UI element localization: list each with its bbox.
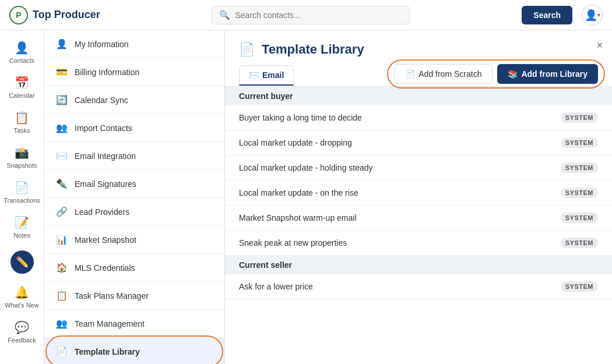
template-list: Current buyer Buyer taking a long time t…: [225, 87, 612, 364]
body: 👤 Contacts 📅 Calendar 📋 Tasks 📸 Snapshot…: [0, 30, 612, 364]
market-snapshot-icon: 📊: [56, 234, 68, 245]
settings-item-lead-providers[interactable]: 🔗 Lead Providers: [44, 198, 224, 226]
settings-item-label: MLS Credentials: [75, 263, 135, 273]
table-row[interactable]: Buyer taking a long time to decide SYSTE…: [225, 105, 612, 130]
add-from-library-button[interactable]: 📚 Add from Library: [497, 64, 598, 84]
email-tab-icon: ✉️: [249, 70, 259, 80]
task-plans-icon: 📋: [56, 290, 68, 301]
left-nav: 👤 Contacts 📅 Calendar 📋 Tasks 📸 Snapshot…: [0, 30, 44, 364]
page-title: Template Library: [262, 42, 364, 57]
template-name: Sneak peak at new properties: [239, 238, 347, 248]
settings-item-my-info[interactable]: 👤 My Information: [44, 30, 224, 58]
sidebar-item-calendar[interactable]: 📅 Calendar: [0, 70, 44, 105]
template-library-header-icon: 📄: [239, 42, 255, 57]
table-row[interactable]: Local market update - holding steady SYS…: [225, 156, 612, 181]
sidebar-item-label: Tasks: [13, 127, 30, 134]
lead-providers-icon: 🔗: [56, 206, 68, 217]
calendar-icon: 📅: [15, 76, 29, 90]
settings-item-email-signatures[interactable]: ✒️ Email Signatures: [44, 170, 224, 198]
user-avatar[interactable]: 👤 ▾: [582, 5, 603, 26]
settings-item-template-library[interactable]: 📄 Template Library: [44, 338, 224, 364]
library-icon: 📚: [508, 69, 518, 79]
table-row[interactable]: Local market update - dropping SYSTEM: [225, 130, 612, 156]
status-badge: SYSTEM: [561, 213, 598, 223]
sidebar-item-tasks[interactable]: 📋 Tasks: [0, 105, 44, 140]
table-row[interactable]: Sneak peak at new properties SYSTEM: [225, 231, 612, 256]
settings-item-label: Lead Providers: [75, 207, 129, 217]
settings-item-task-plans[interactable]: 📋 Task Plans Manager: [44, 282, 224, 310]
table-row[interactable]: Local market update - on the rise SYSTEM: [225, 181, 612, 206]
settings-item-label: Import Contacts: [75, 123, 132, 133]
feedback-icon: 💬: [15, 320, 29, 334]
sidebar-item-label: Notes: [13, 232, 30, 239]
fab-button[interactable]: ✏️: [10, 250, 34, 274]
email-integration-icon: ✉️: [56, 150, 68, 161]
settings-item-label: Email Integration: [75, 151, 136, 161]
header: P Top Producer 🔍 Search 👤 ▾: [0, 0, 612, 30]
settings-item-label: Market Snapshot: [75, 235, 136, 245]
content-header: 📄 Template Library: [225, 30, 612, 57]
logo[interactable]: P Top Producer: [9, 6, 100, 24]
logo-icon: P: [9, 6, 28, 24]
add-from-scratch-button[interactable]: 📄 Add from Scratch: [394, 64, 493, 84]
whats-new-icon: 🔔: [15, 285, 29, 299]
scratch-icon: 📄: [405, 69, 415, 79]
billing-icon: 💳: [56, 66, 68, 77]
settings-item-label: Calendar Sync: [75, 96, 128, 105]
sidebar-item-snapshots[interactable]: 📸 Snapshots: [0, 140, 44, 175]
sidebar-item-label: Feedback: [8, 337, 36, 344]
search-icon: 🔍: [219, 10, 230, 20]
search-input[interactable]: [235, 10, 402, 20]
status-badge: SYSTEM: [561, 162, 598, 173]
sidebar-item-feedback[interactable]: 💬 Feedback: [0, 314, 44, 349]
section-header-current-buyer: Current buyer: [225, 87, 612, 105]
sidebar-item-contacts[interactable]: 👤 Contacts: [0, 35, 44, 70]
sidebar-item-label: Transactions: [3, 197, 40, 204]
settings-item-label: Team Management: [75, 319, 145, 328]
close-button[interactable]: ×: [596, 40, 603, 52]
status-badge: SYSTEM: [561, 238, 598, 248]
settings-item-team-management[interactable]: 👥 Team Management: [44, 310, 224, 338]
logo-letter: P: [16, 10, 21, 20]
edit-fab[interactable]: ✏️: [0, 245, 44, 280]
search-button[interactable]: Search: [522, 6, 572, 24]
tab-label: Email: [262, 70, 284, 80]
settings-item-mls-credentials[interactable]: 🏠 MLS Credentials: [44, 254, 224, 282]
search-area: 🔍: [110, 6, 513, 24]
sidebar-item-label: Calendar: [9, 92, 35, 99]
settings-item-email-integration[interactable]: ✉️ Email Integration: [44, 142, 224, 170]
mls-credentials-icon: 🏠: [56, 262, 68, 273]
add-library-label: Add from Library: [521, 69, 588, 79]
sidebar-item-whats-new[interactable]: 🔔 What's New: [0, 280, 44, 314]
tab-actions: 📄 Add from Scratch 📚 Add from Library: [394, 64, 598, 84]
add-scratch-label: Add from Scratch: [418, 69, 481, 79]
sidebar-item-label: Contacts: [9, 57, 34, 64]
sidebar-item-label: Snapshots: [7, 162, 37, 169]
template-library-icon: 📄: [56, 346, 68, 357]
section-header-current-seller: Current seller: [225, 256, 612, 274]
transactions-icon: 📄: [15, 181, 29, 195]
template-name: Local market update - dropping: [239, 138, 352, 147]
settings-item-calendar-sync[interactable]: 🔄 Calendar Sync: [44, 86, 224, 114]
settings-item-label: Billing Information: [75, 68, 139, 77]
template-name: Market Snapshot warm-up email: [239, 213, 357, 222]
sidebar-item-notes[interactable]: 📝 Notes: [0, 210, 44, 245]
sidebar-item-transactions[interactable]: 📄 Transactions: [0, 175, 44, 210]
settings-item-market-snapshot[interactable]: 📊 Market Snapshot: [44, 226, 224, 254]
settings-item-import-contacts[interactable]: 👥 Import Contacts: [44, 114, 224, 142]
settings-item-label: Email Signatures: [75, 179, 136, 189]
table-row[interactable]: Market Snapshot warm-up email SYSTEM: [225, 206, 612, 231]
status-badge: SYSTEM: [561, 188, 598, 198]
status-badge: SYSTEM: [561, 137, 598, 148]
settings-menu: 👤 My Information 💳 Billing Information 🔄…: [44, 30, 225, 364]
template-name: Local market update - holding steady: [239, 163, 373, 172]
table-row[interactable]: Ask for a lower price SYSTEM: [225, 274, 612, 299]
search-box: 🔍: [212, 6, 410, 24]
tasks-icon: 📋: [15, 111, 29, 125]
settings-item-billing[interactable]: 💳 Billing Information: [44, 58, 224, 86]
settings-item-label: My Information: [75, 40, 129, 49]
tab-email[interactable]: ✉️ Email: [239, 65, 294, 86]
template-name: Ask for a lower price: [239, 282, 313, 291]
calendar-sync-icon: 🔄: [56, 94, 68, 105]
team-management-icon: 👥: [56, 318, 68, 329]
